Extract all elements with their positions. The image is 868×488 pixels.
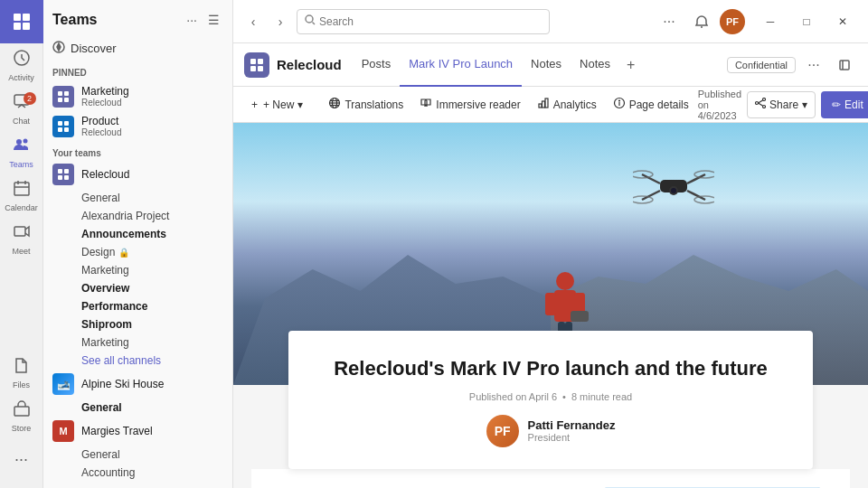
channel-performance[interactable]: Performance bbox=[43, 297, 232, 315]
rail-more-button[interactable]: ··· bbox=[0, 437, 43, 481]
maximize-button[interactable]: □ bbox=[788, 7, 825, 36]
channel-name: Relecloud bbox=[277, 57, 342, 72]
compass-icon bbox=[52, 41, 65, 56]
channel-overview[interactable]: Overview bbox=[43, 279, 232, 297]
lock-icon: 🔒 bbox=[118, 248, 129, 258]
avatar[interactable]: PF bbox=[720, 9, 745, 34]
notification-button[interactable] bbox=[687, 7, 716, 36]
sidebar-filter-button[interactable]: ☰ bbox=[204, 11, 223, 29]
alpine-general-label: General bbox=[81, 401, 122, 414]
svg-rect-0 bbox=[14, 14, 21, 21]
search-box[interactable] bbox=[297, 9, 550, 34]
article-meta: Published on April 6 • 8 minute read bbox=[317, 391, 784, 402]
svg-rect-44 bbox=[545, 99, 548, 108]
page-content[interactable]: Relecloud's Mark IV Pro launch and the f… bbox=[233, 123, 868, 488]
translations-button[interactable]: Translations bbox=[321, 91, 410, 118]
margies-accounting[interactable]: Accounting bbox=[43, 464, 232, 482]
new-chevron-icon: ▾ bbox=[297, 99, 303, 111]
team-relecloud[interactable]: Relecloud bbox=[43, 160, 232, 189]
margies-name: Margies Travel bbox=[81, 425, 153, 437]
tab-notes1[interactable]: Notes bbox=[522, 43, 571, 87]
svg-rect-18 bbox=[58, 98, 62, 102]
tab-notes2[interactable]: Notes bbox=[571, 43, 619, 87]
page-details-button[interactable]: Page details bbox=[606, 91, 696, 118]
minimize-button[interactable]: ─ bbox=[752, 7, 788, 36]
new-button[interactable]: + + New ▾ bbox=[244, 91, 310, 118]
pinned-marketing[interactable]: Marketing Relecloud bbox=[43, 81, 232, 111]
edit-button[interactable]: ✏ Edit bbox=[821, 91, 868, 118]
edit-pencil-icon: ✏ bbox=[832, 99, 841, 111]
discover-label: Discover bbox=[71, 42, 117, 55]
svg-rect-26 bbox=[58, 175, 62, 180]
article-title: Relecloud's Mark IV Pro launch and the f… bbox=[317, 356, 784, 382]
discover-item[interactable]: Discover bbox=[43, 36, 232, 61]
details-icon bbox=[613, 97, 626, 112]
svg-point-6 bbox=[16, 139, 22, 145]
nav-forward-button[interactable]: › bbox=[268, 9, 293, 34]
team-alpine[interactable]: 🎿 Alpine Ski House bbox=[43, 370, 232, 399]
author-name: Patti Fernandez bbox=[528, 418, 616, 432]
sidebar-item-teams[interactable]: Teams bbox=[0, 130, 43, 174]
alpine-general[interactable]: General bbox=[43, 399, 232, 417]
teams-label: Teams bbox=[9, 160, 33, 169]
pinned-section-label: Pinned bbox=[43, 61, 232, 81]
svg-point-64 bbox=[556, 272, 574, 290]
sidebar-more-button[interactable]: ··· bbox=[183, 11, 201, 29]
author-title: President bbox=[528, 432, 616, 443]
activity-label: Activity bbox=[8, 73, 34, 82]
svg-point-49 bbox=[763, 106, 766, 108]
see-all-channels[interactable]: See all channels bbox=[43, 352, 232, 370]
svg-rect-19 bbox=[64, 98, 69, 102]
article-body: We have lift off! This year at Drone MAX… bbox=[251, 469, 850, 488]
sidebar-item-meet[interactable]: Meet bbox=[0, 217, 43, 260]
sidebar-item-files[interactable]: Files bbox=[0, 351, 43, 394]
channel-shiproom[interactable]: Shiproom bbox=[43, 315, 232, 333]
tabs-more-button[interactable]: ··· bbox=[801, 52, 826, 78]
channel-mktg2[interactable]: Marketing bbox=[43, 333, 232, 352]
pinned-product[interactable]: Product Relecloud bbox=[43, 111, 232, 141]
sidebar-item-store[interactable]: Store bbox=[0, 394, 43, 437]
nav-back-button[interactable]: ‹ bbox=[241, 9, 266, 34]
calendar-icon bbox=[13, 179, 31, 202]
team-margies[interactable]: M Margies Travel bbox=[43, 417, 232, 446]
book-icon bbox=[420, 97, 432, 112]
close-button[interactable]: ✕ bbox=[825, 7, 861, 36]
add-tab-button[interactable]: + bbox=[619, 43, 642, 87]
svg-rect-22 bbox=[58, 127, 62, 132]
author-avatar: PF bbox=[486, 415, 519, 447]
share-button[interactable]: Share ▾ bbox=[747, 91, 816, 118]
margies-info: Margies Travel bbox=[81, 425, 153, 437]
search-input[interactable] bbox=[319, 15, 542, 28]
svg-point-48 bbox=[763, 99, 766, 101]
channel-tabs-bar: Relecloud Posts Mark IV Pro Launch Notes… bbox=[233, 43, 868, 87]
expand-button[interactable] bbox=[832, 52, 857, 78]
svg-marker-15 bbox=[57, 43, 61, 51]
sidebar-item-calendar[interactable]: Calendar bbox=[0, 174, 43, 217]
sidebar-item-chat[interactable]: 2 Chat bbox=[0, 87, 43, 130]
svg-rect-66 bbox=[545, 293, 556, 315]
alpine-info: Alpine Ski House bbox=[81, 378, 164, 390]
tab-posts[interactable]: Posts bbox=[353, 43, 401, 87]
channel-mktg[interactable]: Marketing bbox=[43, 261, 232, 279]
channel-mktg-label: Marketing bbox=[81, 264, 129, 277]
svg-rect-42 bbox=[539, 104, 542, 108]
alpine-icon: 🎿 bbox=[52, 373, 74, 395]
tab-mark-iv[interactable]: Mark IV Pro Launch bbox=[400, 43, 522, 87]
files-icon bbox=[13, 356, 31, 379]
channel-general[interactable]: General bbox=[43, 189, 232, 207]
svg-rect-2 bbox=[14, 23, 21, 30]
svg-rect-24 bbox=[58, 169, 62, 174]
channel-design[interactable]: Design 🔒 bbox=[43, 243, 232, 261]
topbar-more-button[interactable]: ··· bbox=[655, 7, 684, 36]
channel-alexandria[interactable]: Alexandria Project bbox=[43, 207, 232, 225]
immersive-button[interactable]: Immersive reader bbox=[412, 91, 527, 118]
channel-announcements[interactable]: Announcements bbox=[43, 225, 232, 243]
svg-rect-17 bbox=[64, 91, 69, 96]
margies-general[interactable]: General bbox=[43, 446, 232, 464]
channel-overview-label: Overview bbox=[81, 282, 129, 295]
toolbar-right: Published on 4/6/2023 Share ▾ ✏ Edit bbox=[698, 89, 868, 121]
share-icon bbox=[755, 98, 766, 111]
analytics-button[interactable]: Analytics bbox=[530, 91, 604, 118]
drone-svg bbox=[633, 164, 714, 209]
sidebar-item-activity[interactable]: Activity bbox=[0, 43, 43, 87]
